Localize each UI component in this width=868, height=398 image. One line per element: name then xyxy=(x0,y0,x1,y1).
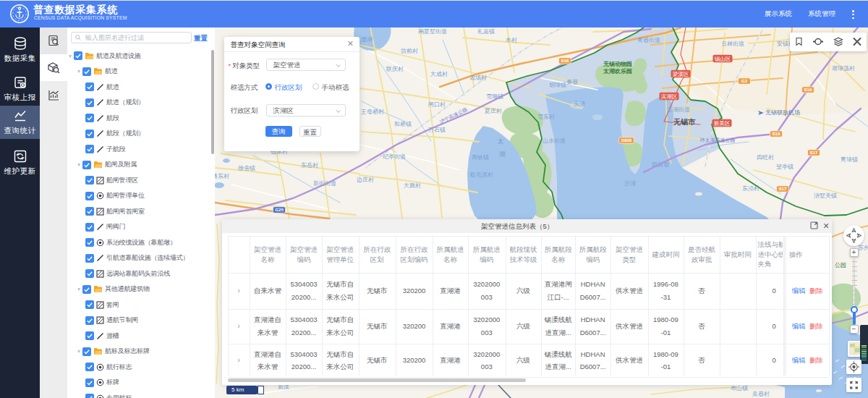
svg-text:四旺村: 四旺村 xyxy=(757,154,774,161)
svg-text:南夏墅街道: 南夏墅街道 xyxy=(418,28,447,35)
svg-text:S48: S48 xyxy=(561,58,569,63)
svg-text:布山镇: 布山镇 xyxy=(731,385,748,391)
svg-text:太湖街道: 太湖街道 xyxy=(667,106,690,113)
svg-text:漕湖: 漕湖 xyxy=(361,36,373,43)
svg-text:无锡动物园: 无锡动物园 xyxy=(603,61,632,67)
svg-text:大成村: 大成村 xyxy=(430,71,448,77)
svg-text:礼嘉镇: 礼嘉镇 xyxy=(477,28,495,35)
svg-text:S17: S17 xyxy=(809,150,818,155)
svg-text:望亭镇: 望亭镇 xyxy=(776,164,793,170)
svg-text:S808: S808 xyxy=(621,137,632,143)
svg-text:秦巷: 秦巷 xyxy=(566,79,578,85)
svg-text:夏庄村: 夏庄村 xyxy=(485,108,502,114)
svg-text:浒墅关镇: 浒墅关镇 xyxy=(814,192,837,199)
svg-text:和桥镇: 和桥镇 xyxy=(394,121,412,127)
svg-text:沙渚: 沙渚 xyxy=(624,180,636,187)
svg-text:新街街道: 新街街道 xyxy=(313,180,336,187)
svg-text:丰村: 丰村 xyxy=(506,37,517,43)
svg-text:胡埭镇: 胡埭镇 xyxy=(549,82,566,88)
svg-text:四房巷: 四房巷 xyxy=(652,161,669,168)
svg-text:欧毛渎村: 欧毛渎村 xyxy=(470,172,493,178)
svg-text:闸口村: 闸口村 xyxy=(428,101,446,108)
svg-text:梁溪区: 梁溪区 xyxy=(673,71,689,77)
svg-text:农场村: 农场村 xyxy=(469,75,487,81)
svg-text:徐舍镇: 徐舍镇 xyxy=(238,165,255,172)
svg-text:谢埭荡村: 谢埭荡村 xyxy=(832,65,855,72)
svg-text:黄埭镇: 黄埭镇 xyxy=(841,156,858,163)
svg-text:大腾村: 大腾村 xyxy=(404,182,421,189)
svg-text:东泾村: 东泾村 xyxy=(742,185,760,192)
svg-text:云林街道: 云林街道 xyxy=(721,41,744,47)
svg-text:太: 太 xyxy=(498,137,504,145)
svg-text:太湖欢乐园: 太湖欢乐园 xyxy=(603,68,632,75)
svg-text:无锡市: 无锡市 xyxy=(673,118,696,126)
svg-text:黄巷街道: 黄巷街道 xyxy=(637,37,660,43)
svg-text:公园: 公园 xyxy=(835,262,846,268)
svg-text:湖: 湖 xyxy=(499,151,506,158)
svg-text:S17: S17 xyxy=(778,186,787,191)
svg-text:头渚: 头渚 xyxy=(574,101,585,107)
svg-text:山水街道: 山水街道 xyxy=(542,137,566,144)
svg-text:王母桥村: 王母桥村 xyxy=(360,109,384,115)
svg-text:吴巷村: 吴巷村 xyxy=(752,391,770,397)
svg-text:G2: G2 xyxy=(741,78,748,83)
svg-text:联庆村: 联庆村 xyxy=(386,66,404,72)
svg-text:雪堰镇: 雪堰镇 xyxy=(486,93,503,100)
svg-text:新吴区: 新吴区 xyxy=(714,120,731,127)
svg-text:滨湖区: 滨湖区 xyxy=(661,93,678,100)
svg-text:雪东村: 雪东村 xyxy=(537,114,555,120)
svg-text:环太湖高速公路: 环太湖高速公路 xyxy=(700,137,736,143)
svg-text:锡山区: 锡山区 xyxy=(714,56,731,62)
svg-text:万石镇: 万石镇 xyxy=(428,127,446,133)
svg-text:G25: G25 xyxy=(275,207,284,212)
svg-text:S19: S19 xyxy=(772,131,780,136)
svg-text:东岳村: 东岳村 xyxy=(301,162,318,169)
svg-text:边庄村: 边庄村 xyxy=(357,177,374,183)
svg-text:周铁镇: 周铁镇 xyxy=(472,154,489,161)
svg-text:S19: S19 xyxy=(804,87,812,92)
svg-text:无锡硕放机场: 无锡硕放机场 xyxy=(765,109,800,116)
svg-text:坊前村: 坊前村 xyxy=(400,48,418,54)
svg-text:纪亭街道: 纪亭街道 xyxy=(383,153,406,160)
